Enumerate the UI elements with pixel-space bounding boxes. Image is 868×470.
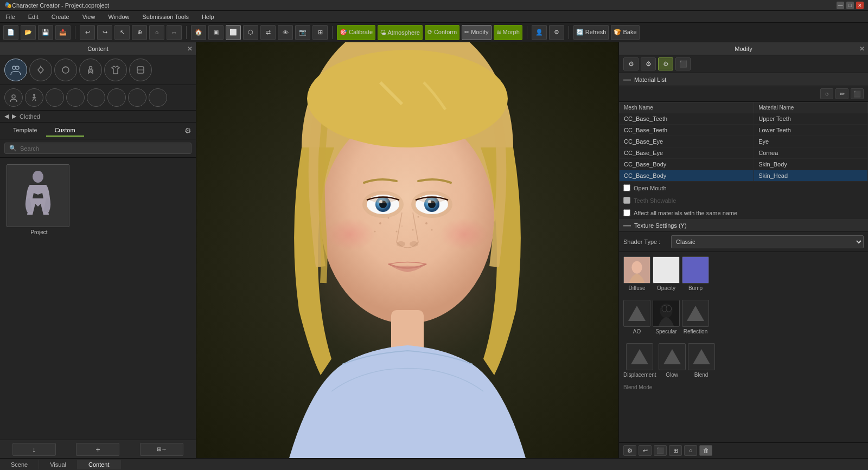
menu-submission-tools[interactable]: Submission Tools [139, 12, 192, 21]
ao-thumb[interactable] [623, 300, 650, 327]
solo-icon[interactable] [4, 88, 23, 107]
glow-thumb[interactable] [659, 343, 686, 370]
reflection-thumb[interactable] [682, 300, 709, 327]
circle6-icon[interactable] [107, 88, 126, 107]
table-row[interactable]: CC_Base_Teeth Lower Teeth [620, 125, 868, 136]
opacity-thumb[interactable] [653, 256, 680, 284]
eye-button[interactable]: 👁 [278, 25, 293, 40]
rbb-btn2[interactable]: ↩ [639, 445, 652, 456]
maximize-button[interactable]: □ [846, 2, 854, 9]
menu-create[interactable]: Create [48, 12, 73, 21]
bump-thumb[interactable] [682, 256, 709, 284]
forward-button[interactable]: ▶ [12, 113, 16, 120]
scale-button[interactable]: ↔ [167, 25, 182, 40]
accessories-icon[interactable] [29, 59, 52, 81]
select-button[interactable]: ↖ [114, 25, 130, 40]
table-row[interactable]: CC_Base_Teeth Upper Teeth [620, 113, 868, 125]
table-row[interactable]: CC_Base_Eye Cornea [620, 147, 868, 159]
tab-visual[interactable]: Visual [39, 460, 78, 469]
body-icon[interactable] [79, 59, 102, 81]
view1-button[interactable]: ▣ [208, 25, 224, 40]
open-button[interactable]: 📂 [21, 25, 36, 40]
redo-button[interactable]: ↪ [97, 25, 112, 40]
texture-settings-section-header[interactable]: — Texture Settings (Y) [619, 219, 868, 232]
download-button[interactable]: ↓ [12, 443, 56, 456]
circle4-icon[interactable] [66, 88, 85, 107]
menu-window[interactable]: Window [105, 12, 132, 21]
mtb-settings1[interactable]: ⚙ [623, 57, 639, 70]
specular-thumb[interactable] [653, 300, 680, 327]
mat-action-2[interactable]: ✏ [835, 88, 848, 99]
list-item[interactable]: Project [7, 164, 72, 235]
diffuse-thumb[interactable] [623, 256, 650, 284]
settings-button2[interactable]: ⚙ [549, 25, 564, 40]
table-row[interactable]: CC_Base_Body Skin_Body [620, 159, 868, 170]
menu-help[interactable]: Help [199, 12, 218, 21]
tab-template[interactable]: Template [4, 125, 46, 137]
add-button[interactable]: + [76, 443, 119, 456]
walking-icon[interactable] [25, 88, 43, 107]
view3-button[interactable]: ⬡ [243, 25, 258, 40]
circle7-icon[interactable] [128, 88, 146, 107]
move-button[interactable]: ⊕ [132, 25, 147, 40]
material-list-section-header[interactable]: — Material List [619, 73, 868, 86]
minimize-button[interactable]: — [837, 2, 844, 9]
mat-action-1[interactable]: ○ [820, 88, 833, 99]
rbb-btn1[interactable]: ⚙ [623, 445, 636, 456]
calibrate-button[interactable]: 🎯 Calibrate [337, 25, 375, 40]
save-button[interactable]: 💾 [38, 25, 53, 40]
table-row[interactable]: CC_Base_Eye Eye [620, 136, 868, 147]
content-close-button[interactable]: ✕ [187, 45, 193, 53]
home-button[interactable]: 🏠 [191, 25, 206, 40]
atmosphere-button[interactable]: 🌤 Atmosphere [378, 25, 423, 40]
blend-thumb[interactable] [688, 343, 715, 370]
teeth-showable-checkbox[interactable] [623, 197, 630, 204]
mat-action-3[interactable]: ⬛ [851, 88, 864, 99]
circle3-icon[interactable] [46, 88, 64, 107]
circle8-icon[interactable] [149, 88, 167, 107]
hands-icon[interactable] [129, 59, 152, 81]
characters-icon[interactable] [4, 59, 27, 81]
menu-view[interactable]: View [79, 12, 99, 21]
mtb-settings2[interactable]: ⚙ [641, 57, 656, 70]
view2-button[interactable]: ⬜ [226, 25, 241, 40]
new-button[interactable]: 📄 [3, 25, 18, 40]
viewport[interactable] [196, 42, 618, 458]
arrange-button[interactable]: ⊞→ [140, 443, 183, 456]
rbb-btn3[interactable]: ⬛ [654, 445, 667, 456]
tab-custom[interactable]: Custom [46, 125, 84, 137]
tab-content[interactable]: Content [78, 460, 121, 469]
hair-icon[interactable] [54, 59, 77, 81]
rbb-btn6[interactable]: 🗑 [699, 445, 712, 456]
tab-settings-icon[interactable]: ⚙ [184, 126, 192, 135]
clothes-icon[interactable] [104, 59, 127, 81]
rbb-btn4[interactable]: ⊞ [669, 445, 682, 456]
table-row[interactable]: CC_Base_Body Skin_Head [620, 170, 868, 182]
refresh-button[interactable]: 🔄 Refresh [573, 25, 609, 40]
import-button[interactable]: 📥 [55, 25, 71, 40]
modify-close-button[interactable]: ✕ [859, 45, 865, 53]
shader-type-select[interactable]: Classic PBR Custom [671, 235, 864, 248]
rotate-button[interactable]: ○ [149, 25, 164, 40]
search-input[interactable] [20, 145, 187, 152]
bake-button[interactable]: 🍞 Bake [611, 25, 639, 40]
undo-button[interactable]: ↩ [80, 25, 95, 40]
mtb-grid[interactable]: ⬛ [675, 57, 691, 70]
rbb-btn5[interactable]: ○ [684, 445, 697, 456]
modify-button[interactable]: ✏ Modify [462, 25, 491, 40]
conform-button[interactable]: ⟳ Conform [425, 25, 459, 40]
morph-button[interactable]: ≋ Morph [494, 25, 522, 40]
circle5-icon[interactable] [87, 88, 105, 107]
affect-all-checkbox[interactable] [623, 209, 630, 216]
camera-button[interactable]: 📷 [295, 25, 310, 40]
character-button[interactable]: 👤 [532, 25, 547, 40]
menu-edit[interactable]: Edit [25, 12, 42, 21]
view4-button[interactable]: ⇄ [260, 25, 276, 40]
displacement-thumb[interactable] [626, 343, 653, 370]
open-mouth-checkbox[interactable] [623, 184, 630, 191]
tab-scene[interactable]: Scene [0, 460, 39, 469]
menu-file[interactable]: File [2, 12, 18, 21]
mtb-settings3[interactable]: ⚙ [658, 57, 673, 70]
close-button[interactable]: ✕ [856, 2, 864, 9]
grid-button[interactable]: ⊞ [312, 25, 328, 40]
